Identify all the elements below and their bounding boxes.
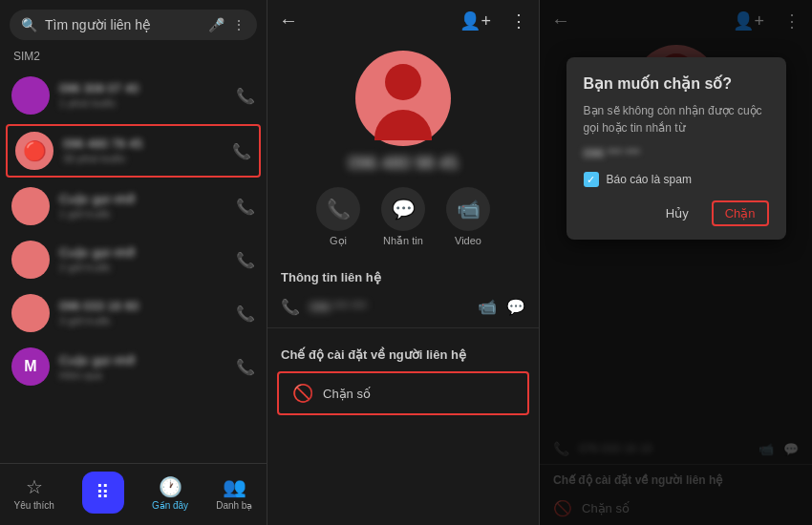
call-label: Gọi (330, 235, 347, 247)
nav-label: Danh bạ (216, 500, 252, 511)
avatar: M (11, 347, 50, 386)
call-circle: 📞 (316, 187, 360, 231)
contact-name: Cuộc gọi nhỡ (59, 192, 226, 206)
list-item[interactable]: 🔴 096 480 78 45 30 phút trước 📞 (6, 124, 261, 178)
sms-icon[interactable]: 💬 (506, 298, 525, 316)
avatar (11, 294, 50, 332)
search-bar[interactable]: 🔍 Tìm người liên hệ 🎤 ⋮ (10, 10, 257, 40)
contact-name: Cuộc gọi nhỡ (59, 353, 226, 368)
cancel-button[interactable]: Hủy (658, 200, 696, 226)
video-button[interactable]: 📹 Video (446, 187, 490, 247)
search-icon: 🔍 (21, 17, 37, 32)
list-item[interactable]: Cuộc gọi nhỡ 2 giờ trước 📞 (0, 233, 267, 286)
contact-name: 096 480 78 45 (63, 136, 223, 151)
contact-name: Cuộc gọi nhỡ (59, 245, 226, 260)
avatar-body (374, 110, 432, 140)
spam-checkbox-row[interactable]: ✓ Báo cáo là spam (584, 172, 769, 187)
star-icon: ☆ (26, 475, 43, 498)
contact-list: 096 308 07 40 1 phút trước 📞 🔴 096 480 7… (0, 69, 267, 463)
call-icon[interactable]: 📞 (232, 142, 251, 160)
list-item[interactable]: M Cuộc gọi nhỡ Hôm qua 📞 (0, 340, 267, 393)
info-section-title: Thông tin liên hệ (267, 262, 539, 290)
call-button[interactable]: 📞 Gọi (316, 187, 360, 247)
dialog-title: Bạn muốn chặn số? (584, 74, 769, 93)
phone-info-icon: 📞 (281, 298, 300, 316)
message-circle: 💬 (381, 187, 425, 231)
block-icon: 🚫 (292, 383, 313, 404)
video-label: Video (455, 235, 481, 246)
call-icon[interactable]: 📞 (236, 198, 255, 216)
block-number-row[interactable]: 🚫 Chặn số (277, 371, 529, 415)
contact-avatar-large (355, 51, 451, 146)
divider (267, 327, 539, 328)
mic-icon[interactable]: 🎤 (208, 17, 224, 32)
avatar (11, 187, 50, 225)
dialpad-fab[interactable]: ⠿ (82, 472, 124, 514)
nav-item-contacts[interactable]: 👥 Danh bạ (216, 475, 252, 511)
list-item[interactable]: 096 308 07 40 1 phút trước 📞 (0, 69, 267, 122)
contact-sub: 30 phút trước (63, 153, 223, 165)
contact-name: 096 308 07 40 (59, 81, 226, 95)
dialog-overlay: Bạn muốn chặn số? Bạn sẽ không còn nhận … (540, 0, 812, 525)
panel-contact-detail: ← 👤+ ⋮ 096 480 98 45 📞 Gọi 💬 Nhắn tin 📹 … (267, 0, 540, 525)
back-icon[interactable]: ← (279, 10, 298, 32)
bottom-nav: ☆ Yêu thích ⠿ 🕐 Gần đây 👥 Danh bạ (0, 463, 267, 525)
call-icon[interactable]: 📞 (236, 304, 255, 323)
contact-sub: 1 phút trước (59, 97, 226, 110)
phone-info-text: 096 *** *** (310, 300, 468, 314)
avatar: 🔴 (15, 132, 53, 170)
block-label: Chặn số (323, 387, 371, 401)
contact-phone-number: 096 480 98 45 (267, 154, 539, 174)
contact-sub: 1 giờ trước (59, 208, 226, 220)
settings-section-title: Chế độ cài đặt về người liên hệ (267, 340, 539, 368)
detail-header: ← 👤+ ⋮ (267, 0, 539, 41)
list-item[interactable]: 096 033 16 60 3 giờ trước 📞 (0, 286, 267, 340)
more-options-icon[interactable]: ⋮ (510, 10, 527, 32)
list-item[interactable]: Cuộc gọi nhỡ 1 giờ trước 📞 (0, 179, 267, 233)
avatar (11, 241, 50, 279)
avatar-head (385, 64, 421, 100)
nav-item-recent[interactable]: 🕐 Gần đây (152, 475, 188, 511)
contact-sub: Hôm qua (59, 369, 226, 381)
message-button[interactable]: 💬 Nhắn tin (381, 187, 425, 247)
contact-sub: 2 giờ trước (59, 262, 226, 274)
avatar (11, 76, 50, 115)
spam-checkbox-label: Báo cáo là spam (607, 173, 692, 186)
nav-label: Gần đây (152, 500, 188, 511)
dialog-actions: Hủy Chặn (584, 200, 769, 226)
block-dialog: Bạn muốn chặn số? Bạn sẽ không còn nhận … (566, 57, 786, 240)
call-icon[interactable]: 📞 (236, 358, 255, 376)
spam-checkbox[interactable]: ✓ (584, 172, 599, 187)
settings-section: Chế độ cài đặt về người liên hệ 🚫 Chặn s… (267, 332, 539, 427)
video-circle: 📹 (446, 187, 490, 231)
action-buttons: 📞 Gọi 💬 Nhắn tin 📹 Video (267, 187, 539, 247)
panel-block-dialog: ← 👤+ ⋮ 096 *** *** Bạn muốn chặn số? Bạn… (540, 0, 812, 525)
nav-item-favorites[interactable]: ☆ Yêu thích (14, 475, 54, 511)
message-label: Nhắn tin (383, 235, 423, 247)
nav-label: Yêu thích (14, 500, 54, 511)
call-icon[interactable]: 📞 (236, 251, 255, 269)
avatar-person (355, 51, 451, 146)
contact-name: 096 033 16 60 (59, 299, 226, 313)
block-button[interactable]: Chặn (712, 200, 769, 226)
more-icon[interactable]: ⋮ (232, 17, 246, 32)
sim-label: SIM2 (0, 46, 267, 69)
video-call-icon[interactable]: 📹 (478, 298, 497, 316)
contacts-icon: 👥 (223, 475, 246, 498)
add-contact-icon[interactable]: 👤+ (459, 10, 491, 32)
call-icon[interactable]: 📞 (236, 87, 255, 105)
panel-contacts: 🔍 Tìm người liên hệ 🎤 ⋮ SIM2 096 308 07 … (0, 0, 267, 525)
nav-item-recent[interactable]: ⠿ (82, 472, 124, 514)
dialog-body: Bạn sẽ không còn nhận được cuộc gọi hoặc… (584, 102, 769, 136)
search-input[interactable]: Tìm người liên hệ (45, 17, 201, 32)
contact-sub: 3 giờ trước (59, 315, 226, 327)
phone-info-row: 📞 096 *** *** 📹 💬 (267, 290, 539, 324)
clock-icon: 🕐 (159, 475, 182, 498)
dialog-phone: 096 *** *** (584, 146, 769, 160)
